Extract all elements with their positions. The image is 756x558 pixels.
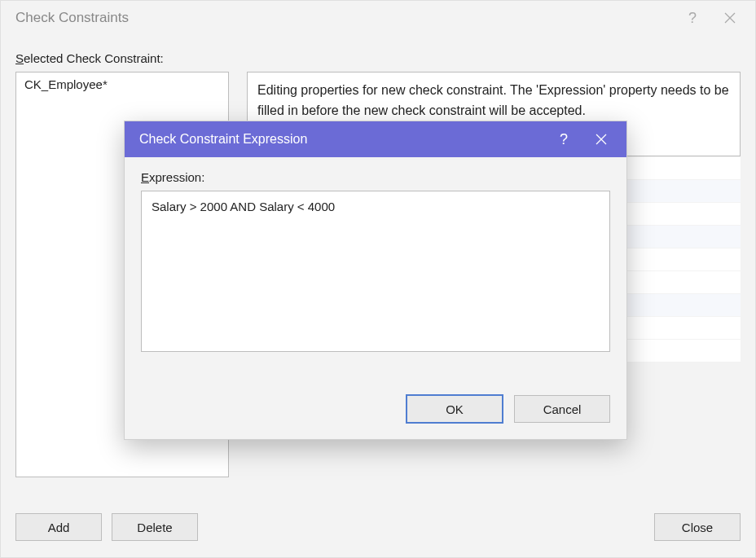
close-icon <box>724 12 736 24</box>
constraint-list-item[interactable]: CK_Employee* <box>21 76 223 93</box>
close-button-label: Close <box>682 521 713 534</box>
expression-dialog-title: Check Constraint Expression <box>139 132 545 147</box>
cancel-button[interactable]: Cancel <box>514 395 610 423</box>
expression-help-button[interactable]: ? <box>545 123 582 156</box>
expression-button-row: OK Cancel <box>407 395 610 423</box>
delete-button[interactable]: Delete <box>112 513 198 541</box>
cancel-button-label: Cancel <box>543 402 582 416</box>
close-button[interactable]: Close <box>654 513 741 541</box>
ok-button[interactable]: OK <box>407 395 503 423</box>
dialog-title: Check Constraints <box>15 10 674 26</box>
expression-close-button[interactable] <box>582 123 620 156</box>
help-button[interactable]: ? <box>674 2 711 33</box>
dialog-titlebar: Check Constraints ? <box>1 1 755 35</box>
expression-textarea[interactable] <box>141 191 610 352</box>
expression-body: Expression: <box>125 157 626 354</box>
ok-button-label: OK <box>446 402 464 416</box>
selected-constraint-label: Selected Check Constraint: <box>15 51 741 65</box>
dialog-button-row: Add Delete Close <box>15 513 741 541</box>
delete-button-label: Delete <box>137 521 172 534</box>
expression-dialog: Check Constraint Expression ? Expression… <box>124 121 627 440</box>
help-icon: ? <box>560 131 568 148</box>
close-icon <box>596 134 607 145</box>
close-window-button[interactable] <box>711 2 749 33</box>
add-button-label: Add <box>48 521 70 534</box>
expression-titlebar: Check Constraint Expression ? <box>125 121 626 157</box>
add-button[interactable]: Add <box>15 513 102 541</box>
expression-label: Expression: <box>141 170 610 184</box>
help-icon: ? <box>688 10 697 27</box>
